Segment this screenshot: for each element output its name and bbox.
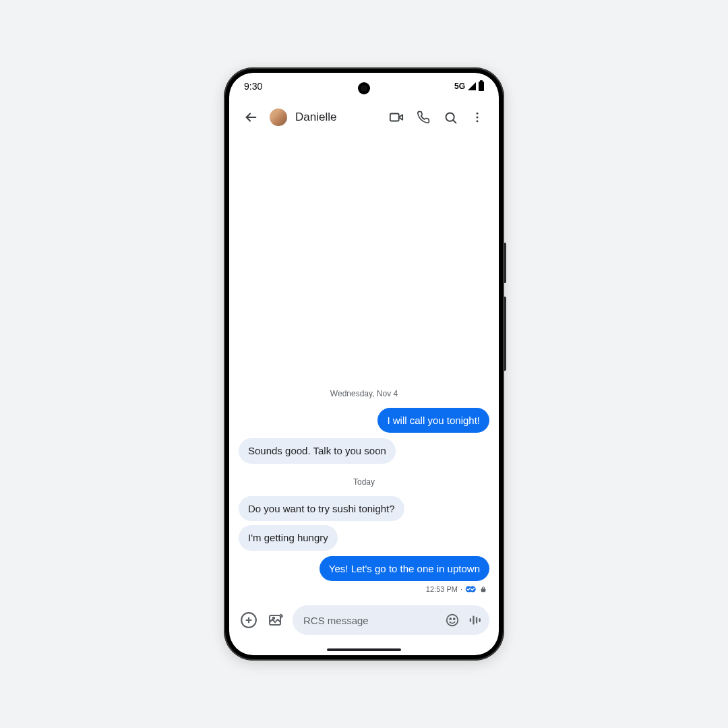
signal-icon: [468, 82, 476, 90]
read-receipt-icon: [465, 585, 477, 593]
message-row-incoming: I'm getting hungry: [239, 526, 489, 556]
camera-cutout: [358, 82, 370, 94]
battery-icon: [479, 82, 484, 91]
messages-list[interactable]: Wednesday, Nov 4 I will call you tonight…: [229, 135, 499, 603]
message-bubble-outgoing[interactable]: I will call you tonight!: [377, 408, 489, 433]
emoji-icon: [445, 613, 460, 628]
svg-point-17: [450, 618, 451, 619]
gallery-icon: [268, 612, 284, 628]
volume-button: [504, 243, 506, 283]
app-bar: Danielle: [229, 100, 499, 135]
svg-rect-21: [476, 617, 477, 623]
audio-wave-icon: [468, 613, 483, 628]
power-button: [504, 297, 506, 371]
status-time: 9:30: [244, 81, 262, 92]
video-call-button[interactable]: [383, 104, 410, 131]
svg-rect-22: [479, 618, 481, 622]
message-bubble-incoming[interactable]: I'm getting hungry: [239, 525, 338, 551]
svg-point-18: [454, 618, 455, 619]
message-row-incoming: Sounds good. Talk to you soon: [239, 438, 489, 469]
date-separator: Today: [239, 477, 489, 487]
date-separator: Wednesday, Nov 4: [239, 389, 489, 398]
message-input[interactable]: RCS message: [293, 605, 489, 635]
message-row-incoming: Do you want to try sushi tonight?: [239, 496, 489, 527]
compose-bar: RCS message: [229, 603, 499, 644]
message-bubble-incoming[interactable]: Do you want to try sushi tonight?: [239, 496, 404, 522]
arrow-left-icon: [243, 110, 258, 125]
app-bar-actions: [383, 104, 491, 131]
search-button[interactable]: [437, 104, 464, 131]
message-timestamp: 12:53 PM: [426, 585, 458, 593]
message-row-outgoing: Yes! Let's go to the one in uptown: [239, 556, 489, 587]
message-row-outgoing: I will call you tonight!: [239, 408, 489, 439]
back-button[interactable]: [237, 104, 264, 131]
svg-rect-19: [470, 618, 471, 622]
contact-avatar[interactable]: [270, 109, 287, 126]
plus-circle-icon: [240, 611, 257, 629]
message-bubble-outgoing[interactable]: Yes! Let's go to the one in uptown: [320, 556, 489, 582]
svg-point-6: [477, 117, 479, 119]
search-icon: [444, 111, 458, 125]
lock-icon: [480, 585, 487, 593]
message-meta: 12:53 PM ·: [239, 585, 489, 593]
gesture-nav-bar[interactable]: [229, 644, 499, 655]
video-icon: [389, 110, 404, 125]
status-right: 5G: [454, 82, 484, 91]
more-vert-icon: [471, 111, 484, 124]
svg-rect-1: [390, 114, 399, 121]
nav-pill: [327, 648, 401, 651]
voice-message-button[interactable]: [468, 613, 483, 628]
add-button[interactable]: [239, 610, 259, 630]
message-bubble-incoming[interactable]: Sounds good. Talk to you soon: [239, 438, 396, 464]
svg-point-7: [477, 120, 479, 122]
contact-name[interactable]: Danielle: [295, 111, 377, 124]
svg-point-15: [273, 617, 275, 619]
gallery-button[interactable]: [266, 610, 286, 630]
screen: 9:30 5G Danielle: [229, 73, 499, 655]
svg-rect-10: [481, 589, 485, 592]
message-input-placeholder: RCS message: [303, 615, 439, 626]
phone-frame: 9:30 5G Danielle: [224, 67, 504, 661]
emoji-button[interactable]: [445, 613, 460, 628]
more-button[interactable]: [464, 104, 491, 131]
voice-call-button[interactable]: [410, 104, 437, 131]
phone-icon: [417, 111, 430, 124]
svg-point-5: [477, 113, 479, 115]
network-label: 5G: [454, 82, 465, 91]
svg-rect-20: [473, 616, 474, 625]
svg-point-16: [447, 615, 458, 626]
meta-separator: ·: [460, 585, 462, 593]
svg-line-4: [453, 120, 456, 123]
